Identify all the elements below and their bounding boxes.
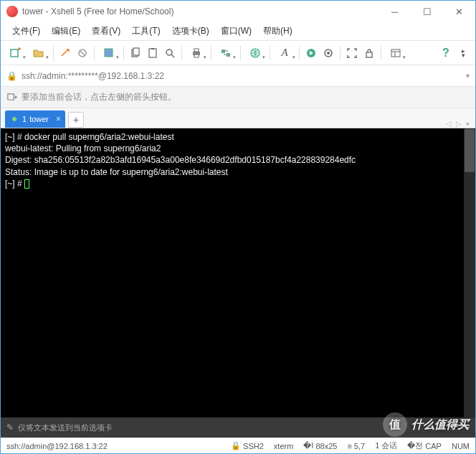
svg-rect-18	[391, 49, 400, 57]
svg-rect-6	[151, 48, 154, 49]
status-term: xterm	[274, 442, 294, 450]
properties-button[interactable]	[98, 44, 120, 62]
layout-button[interactable]	[385, 44, 406, 62]
open-button[interactable]	[28, 44, 49, 62]
help-button[interactable]: ?	[438, 44, 454, 62]
toolbar-overflow-button[interactable]: ▸▾	[455, 44, 471, 62]
terminal-line: webui-latest: Pulling from superng6/aria…	[5, 143, 471, 154]
menu-file[interactable]: 文件(F)	[6, 24, 46, 39]
status-protocol: 🔒 SSH2	[231, 441, 264, 450]
tab-active[interactable]: 1 tower ×	[5, 110, 65, 128]
scrollbar-thumb[interactable]	[465, 129, 475, 172]
menu-tabs[interactable]: 选项卡(B)	[166, 24, 215, 39]
address-text[interactable]: ssh://admin:*********@192.168.1.3:22	[22, 71, 462, 81]
add-session-icon[interactable]	[6, 92, 17, 103]
status-connection: ssh://admin@192.168.1.3:22	[6, 442, 108, 450]
watermark-text: 什么值得买	[411, 417, 469, 432]
tab-list-button[interactable]: ▾	[466, 120, 470, 128]
web-button[interactable]	[244, 44, 266, 62]
script-button[interactable]	[303, 44, 319, 62]
cursor	[24, 179, 29, 189]
separator	[211, 46, 211, 60]
watermark-icon: 值	[383, 412, 407, 437]
svg-rect-11	[222, 49, 225, 53]
terminal-line: Digest: sha256:05513f2a82b3afd16945a3a00…	[5, 154, 471, 166]
menu-window[interactable]: 窗口(W)	[215, 24, 257, 39]
svg-rect-9	[194, 49, 199, 52]
font-button[interactable]: A	[274, 44, 295, 62]
svg-rect-0	[11, 49, 18, 57]
menu-tools[interactable]: 工具(T)	[126, 24, 166, 39]
titlebar[interactable]: tower - Xshell 5 (Free for Home/School) …	[1, 1, 475, 22]
window-title: tower - Xshell 5 (Free for Home/School)	[22, 6, 379, 16]
tab-nav: ◁ ▷ ▾	[446, 120, 470, 128]
separator	[181, 46, 182, 60]
separator	[240, 46, 241, 60]
address-bar: 🔒 ssh://admin:*********@192.168.1.3:22 ▾	[1, 65, 475, 87]
find-button[interactable]	[162, 44, 178, 62]
svg-point-16	[327, 52, 330, 55]
address-dropdown-icon[interactable]: ▾	[466, 72, 470, 80]
status-size: �I 88x25	[303, 441, 337, 450]
app-icon	[6, 6, 18, 17]
reconnect-button[interactable]	[57, 44, 73, 62]
paste-button[interactable]	[145, 44, 161, 62]
minimize-button[interactable]: ─	[379, 1, 411, 22]
separator	[340, 46, 341, 60]
app-window: tower - Xshell 5 (Free for Home/School) …	[0, 0, 476, 454]
window-controls: ─ ☐ ✕	[379, 1, 475, 22]
status-bar: ssh://admin@192.168.1.3:22 🔒 SSH2 xterm …	[1, 438, 475, 453]
status-pos: ≡ 5,7	[347, 442, 365, 450]
new-session-button[interactable]	[5, 44, 27, 62]
lock-button[interactable]	[361, 44, 377, 62]
svg-rect-2	[105, 49, 113, 57]
menubar: 文件(F) 编辑(E) 查看(V) 工具(T) 选项卡(B) 窗口(W) 帮助(…	[1, 22, 475, 41]
lock-icon: 🔒	[6, 71, 17, 81]
toolbar: A ? ▸▾	[1, 41, 475, 65]
transfer-button[interactable]	[215, 44, 237, 62]
svg-rect-10	[194, 55, 199, 57]
tab-close-button[interactable]: ×	[56, 114, 61, 124]
separator	[94, 46, 95, 60]
terminal-line: Status: Image is up to date for superng6…	[5, 166, 471, 178]
svg-point-7	[166, 49, 172, 55]
highlight-button[interactable]	[320, 44, 336, 62]
tab-next-button[interactable]: ▷	[456, 120, 462, 128]
separator	[299, 46, 300, 60]
connection-status-icon	[12, 117, 16, 121]
menu-view[interactable]: 查看(V)	[86, 24, 126, 39]
new-tab-button[interactable]: +	[68, 112, 84, 128]
disconnect-button[interactable]	[75, 44, 90, 62]
svg-rect-12	[227, 53, 230, 57]
terminal-line: [~] # docker pull superng6/aria2:webui-l…	[5, 131, 471, 143]
tab-bar: 1 tower × + ◁ ▷ ▾	[1, 108, 475, 128]
hint-bar: 要添加当前会话，点击左侧的箭头按钮。	[1, 87, 475, 108]
svg-rect-4	[133, 48, 139, 55]
close-button[interactable]: ✕	[443, 1, 475, 22]
fullscreen-button[interactable]	[344, 44, 360, 62]
status-caps: �전 CAP	[407, 440, 442, 451]
print-button[interactable]	[186, 44, 207, 62]
separator	[381, 46, 381, 60]
separator	[123, 46, 124, 60]
svg-rect-5	[149, 49, 156, 57]
send-mode-icon[interactable]: ✎	[6, 422, 14, 432]
separator	[53, 46, 54, 60]
terminal[interactable]: [~] # docker pull superng6/aria2:webui-l…	[1, 128, 475, 417]
menu-help[interactable]: 帮助(H)	[257, 24, 298, 39]
separator	[270, 46, 270, 60]
hint-text: 要添加当前会话，点击左侧的箭头按钮。	[22, 91, 176, 103]
tab-prev-button[interactable]: ◁	[446, 120, 452, 128]
svg-rect-17	[366, 52, 372, 57]
maximize-button[interactable]: ☐	[411, 1, 443, 22]
watermark: 值 什么值得买	[383, 412, 469, 437]
tab-index: 1	[22, 115, 27, 123]
copy-button[interactable]	[128, 44, 143, 62]
menu-edit[interactable]: 编辑(E)	[46, 24, 86, 39]
tab-label: tower	[29, 115, 49, 123]
scrollbar[interactable]	[464, 128, 475, 417]
status-num: NUM	[452, 442, 470, 450]
terminal-line: [~] #	[5, 179, 24, 189]
status-sessions: 1 会话	[375, 440, 397, 451]
